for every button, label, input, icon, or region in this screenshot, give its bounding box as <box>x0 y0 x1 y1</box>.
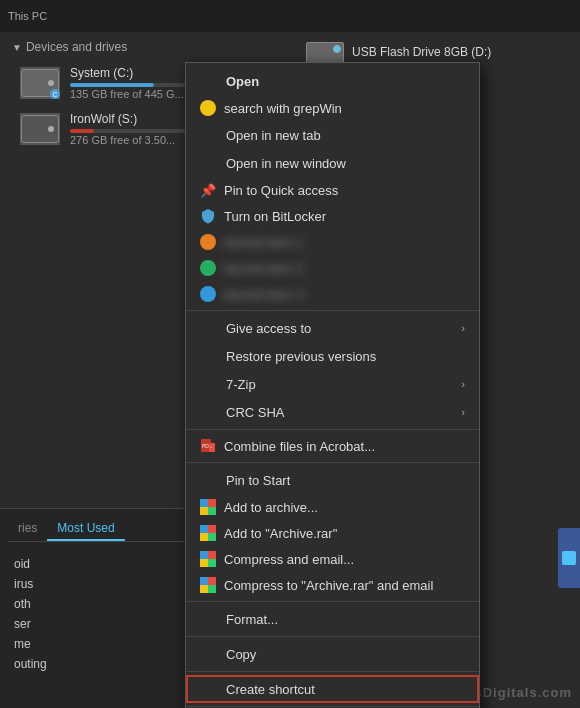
svg-rect-16 <box>200 577 208 585</box>
svg-rect-14 <box>200 559 208 567</box>
menu-separator <box>186 636 479 637</box>
menu-item-label-open-new-tab: Open in new tab <box>226 128 465 143</box>
list-item[interactable]: outing <box>8 654 192 674</box>
menu-item-add-archive[interactable]: Add to archive... <box>186 494 479 520</box>
menu-item-restore-versions[interactable]: Restore previous versions <box>186 342 479 370</box>
menu-item-arrow-crc-sha: › <box>461 406 465 418</box>
svg-rect-7 <box>208 507 216 515</box>
list-item[interactable]: oth <box>8 594 192 614</box>
svg-rect-8 <box>200 525 208 533</box>
drive-icon-s <box>20 113 60 145</box>
menu-item-open-new-tab[interactable]: Open in new tab <box>186 121 479 149</box>
menu-item-label-pin-quick-access: Pin to Quick access <box>224 183 465 198</box>
svg-rect-9 <box>208 525 216 533</box>
bottom-panel: ries Most Used oid irus oth ser me outin… <box>0 508 200 708</box>
menu-item-label-blurred1: blurred item 1 <box>224 235 465 250</box>
bottom-tabs: ries Most Used <box>8 517 192 542</box>
menu-item-search-grepwin[interactable]: search with grepWin <box>186 95 479 121</box>
menu-item-label-format: Format... <box>226 612 465 627</box>
svg-rect-17 <box>208 577 216 585</box>
list-item[interactable]: oid <box>8 554 192 574</box>
menu-item-label-restore-versions: Restore previous versions <box>226 349 465 364</box>
menu-item-label-compress-email: Compress and email... <box>224 552 465 567</box>
menu-item-pin-start[interactable]: Pin to Start <box>186 466 479 494</box>
list-item[interactable]: me <box>8 634 192 654</box>
menu-item-pin-quick-access[interactable]: 📌Pin to Quick access <box>186 177 479 203</box>
menu-item-label-open: Open <box>226 74 465 89</box>
menu-item-create-shortcut[interactable]: Create shortcut <box>186 675 479 703</box>
svg-rect-12 <box>200 551 208 559</box>
menu-item-label-copy: Copy <box>226 647 465 662</box>
menu-separator <box>186 601 479 602</box>
menu-item-compress-rar-email[interactable]: Compress to "Archive.rar" and email <box>186 572 479 598</box>
menu-item-arrow-give-access: › <box>461 322 465 334</box>
menu-item-blurred1[interactable]: blurred item 1 <box>186 229 479 255</box>
menu-item-crc-sha[interactable]: CRC SHA› <box>186 398 479 426</box>
menu-item-turn-on-bitlocker[interactable]: Turn on BitLocker <box>186 203 479 229</box>
drive-icon-c: C <box>20 67 60 99</box>
side-panel-indicator <box>558 528 580 588</box>
menu-item-label-turn-on-bitlocker: Turn on BitLocker <box>224 209 465 224</box>
menu-item-arrow-7zip: › <box>461 378 465 390</box>
tab-ries[interactable]: ries <box>8 517 47 541</box>
menu-separator <box>186 671 479 672</box>
menu-item-add-archive-rar[interactable]: Add to "Archive.rar" <box>186 520 479 546</box>
menu-item-label-crc-sha: CRC SHA <box>226 405 461 420</box>
svg-rect-13 <box>208 551 216 559</box>
bottom-list: oid irus oth ser me outing <box>8 550 192 678</box>
menu-item-label-create-shortcut: Create shortcut <box>226 682 465 697</box>
menu-item-blurred2[interactable]: blurred item 2 <box>186 255 479 281</box>
menu-item-combine-acrobat[interactable]: PDF + Combine files in Acrobat... <box>186 433 479 459</box>
menu-item-label-blurred3: blurred item 3 <box>224 287 465 302</box>
svg-rect-4 <box>200 499 208 507</box>
menu-item-open-new-window[interactable]: Open in new window <box>186 149 479 177</box>
context-menu: Opensearch with grepWinOpen in new tabOp… <box>185 62 480 708</box>
menu-separator <box>186 462 479 463</box>
menu-item-label-7zip: 7-Zip <box>226 377 461 392</box>
menu-item-label-add-archive-rar: Add to "Archive.rar" <box>224 526 465 541</box>
menu-item-blurred3[interactable]: blurred item 3 <box>186 281 479 307</box>
menu-separator <box>186 310 479 311</box>
svg-rect-15 <box>208 559 216 567</box>
svg-rect-18 <box>200 585 208 593</box>
menu-item-give-access[interactable]: Give access to› <box>186 314 479 342</box>
svg-rect-11 <box>208 533 216 541</box>
menu-item-label-blurred2: blurred item 2 <box>224 261 465 276</box>
tab-most-used[interactable]: Most Used <box>47 517 124 541</box>
menu-item-label-give-access: Give access to <box>226 321 461 336</box>
svg-rect-19 <box>208 585 216 593</box>
list-item[interactable]: irus <box>8 574 192 594</box>
header-path: This PC <box>8 10 47 22</box>
svg-rect-10 <box>200 533 208 541</box>
menu-item-label-search-grepwin: search with grepWin <box>224 101 465 116</box>
menu-separator <box>186 429 479 430</box>
list-item[interactable]: ser <box>8 614 192 634</box>
menu-separator <box>186 706 479 707</box>
menu-item-copy[interactable]: Copy <box>186 640 479 668</box>
menu-item-label-add-archive: Add to archive... <box>224 500 465 515</box>
menu-item-label-pin-start: Pin to Start <box>226 473 465 488</box>
svg-rect-6 <box>200 507 208 515</box>
svg-rect-5 <box>208 499 216 507</box>
menu-item-label-combine-acrobat: Combine files in Acrobat... <box>224 439 465 454</box>
explorer-header: This PC <box>0 0 580 32</box>
menu-item-label-compress-rar-email: Compress to "Archive.rar" and email <box>224 578 465 593</box>
menu-item-7zip[interactable]: 7-Zip› <box>186 370 479 398</box>
menu-item-format[interactable]: Format... <box>186 605 479 633</box>
menu-item-compress-email[interactable]: Compress and email... <box>186 546 479 572</box>
menu-item-label-open-new-window: Open in new window <box>226 156 465 171</box>
menu-item-open[interactable]: Open <box>186 67 479 95</box>
